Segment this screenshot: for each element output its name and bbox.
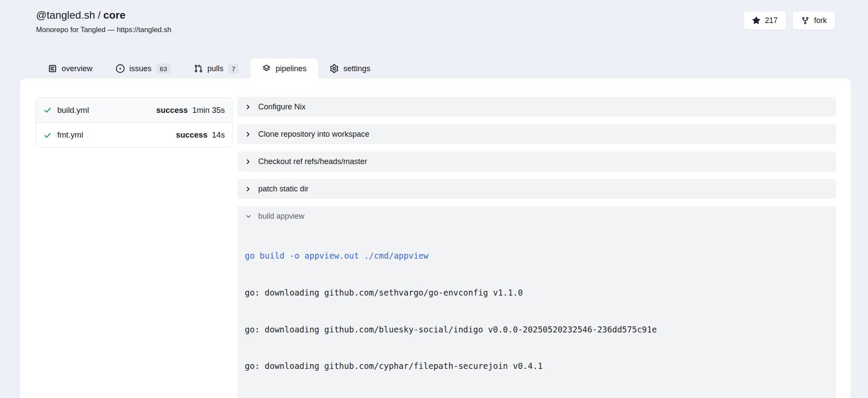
- step-title: Configure Nix: [258, 102, 306, 112]
- overview-icon: [48, 64, 57, 73]
- chevron-down-icon: [245, 213, 252, 220]
- star-count: 217: [765, 16, 778, 25]
- run-duration: 14s: [212, 130, 225, 140]
- step-title: Clone repository into workspace: [258, 130, 369, 139]
- step-title: Checkout ref refs/heads/master: [258, 157, 367, 166]
- step-title: patch static dir: [258, 184, 309, 194]
- chevron-right-icon: [244, 158, 252, 165]
- tab-label: pulls: [207, 64, 224, 73]
- run-duration: 1min 35s: [192, 105, 225, 115]
- log-command-line: go build -o appview.out ./cmd/appview: [245, 250, 829, 262]
- step-build-appview-expanded: build appview go build -o appview.out ./…: [237, 206, 836, 398]
- star-button[interactable]: 217: [743, 11, 786, 30]
- pulls-count-badge: 7: [228, 63, 239, 74]
- tab-overview[interactable]: overview: [36, 59, 104, 79]
- pipelines-icon: [262, 64, 271, 73]
- step-configure-nix[interactable]: Configure Nix: [237, 97, 836, 117]
- tab-label: overview: [62, 64, 92, 73]
- gear-icon: [330, 64, 339, 73]
- issues-count-badge: 63: [156, 63, 171, 74]
- fork-button-label: fork: [814, 16, 827, 25]
- check-icon: [43, 131, 52, 139]
- repo-owner-link[interactable]: @tangled.sh: [36, 9, 95, 21]
- log-line: go: downloading github.com/sethvargo/go-…: [245, 286, 829, 299]
- header-actions: 217 fork: [743, 11, 835, 30]
- run-status: success: [156, 105, 188, 115]
- tab-pipelines[interactable]: pipelines: [250, 59, 318, 79]
- pulls-icon: [194, 64, 203, 73]
- tab-settings[interactable]: settings: [318, 59, 382, 79]
- step-title: build appview: [258, 212, 304, 221]
- pipeline-runs-list: build.yml success 1min 35s fmt.yml succe…: [36, 97, 233, 148]
- repo-tabbar: overview issues 63 pulls 7 pipelines set…: [36, 59, 382, 79]
- page-title: @tangled.sh/core: [36, 9, 171, 21]
- issues-icon: [116, 64, 125, 73]
- run-row-build[interactable]: build.yml success 1min 35s: [36, 98, 232, 122]
- star-icon: [752, 16, 760, 25]
- check-icon: [43, 106, 52, 114]
- chevron-right-icon: [244, 131, 252, 138]
- repo-description: Monorepo for Tangled — https://tangled.s…: [36, 26, 171, 34]
- fork-button[interactable]: fork: [792, 11, 835, 30]
- fork-icon: [801, 16, 809, 25]
- tab-label: settings: [343, 64, 370, 73]
- tab-issues[interactable]: issues 63: [104, 59, 182, 79]
- repo-name-link[interactable]: core: [103, 9, 125, 21]
- step-clone-repository[interactable]: Clone repository into workspace: [237, 124, 836, 144]
- tab-label: pipelines: [276, 64, 306, 73]
- log-line: go: downloading github.com/bluesky-socia…: [245, 323, 829, 336]
- run-name: fmt.yml: [57, 130, 83, 140]
- pipeline-steps: Configure Nix Clone repository into work…: [237, 97, 836, 398]
- run-row-fmt[interactable]: fmt.yml success 14s: [36, 122, 232, 147]
- pipelines-panel: build.yml success 1min 35s fmt.yml succe…: [20, 79, 851, 398]
- run-status: success: [176, 130, 207, 140]
- tab-pulls[interactable]: pulls 7: [182, 59, 250, 79]
- step-log-output: go build -o appview.out ./cmd/appview go…: [245, 225, 829, 398]
- step-checkout-ref[interactable]: Checkout ref refs/heads/master: [237, 151, 836, 171]
- chevron-right-icon: [244, 185, 252, 193]
- title-separator: /: [95, 9, 103, 21]
- step-build-appview-header[interactable]: build appview: [245, 212, 829, 221]
- step-patch-static-dir[interactable]: patch static dir: [237, 179, 836, 199]
- tab-label: issues: [129, 64, 151, 73]
- log-line: go: downloading github.com/cyphar/filepa…: [245, 360, 829, 372]
- repo-header: @tangled.sh/core Monorepo for Tangled — …: [36, 9, 171, 34]
- chevron-right-icon: [244, 103, 252, 111]
- run-name: build.yml: [57, 105, 89, 115]
